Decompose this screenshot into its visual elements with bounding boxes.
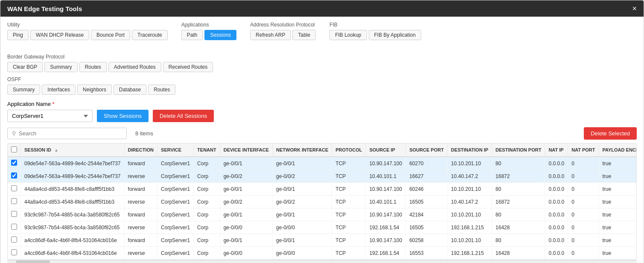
btn-received-routes[interactable]: Received Routes	[163, 62, 213, 72]
btn-fib-lookup[interactable]: FIB Lookup	[329, 30, 367, 40]
btn-ospf-neighbors[interactable]: Neighbors	[77, 85, 112, 95]
sessions-table-wrapper: SESSION ID ▲ DIRECTION SERVICE TENANT DE…	[7, 143, 637, 260]
btn-bgp-summary[interactable]: Summary	[44, 62, 77, 72]
th-session-id[interactable]: SESSION ID ▲	[21, 143, 125, 157]
td-session-id-5: 93c9c987-7b54-4885-bc4a-3a8580f82c65	[21, 221, 125, 234]
td-direction-2: forward	[124, 183, 157, 196]
th-nat-port[interactable]: NAT PORT	[568, 143, 599, 157]
td-service-5: CorpServer1	[157, 221, 194, 234]
scrollbar-thumb[interactable]	[16, 260, 50, 263]
btn-ping[interactable]: Ping	[7, 30, 29, 40]
th-protocol[interactable]: PROTOCOL	[332, 143, 366, 157]
btn-fib-by-application[interactable]: FIB By Application	[369, 30, 421, 40]
td-protocol-7: TCP	[332, 247, 366, 260]
row-checkbox-7[interactable]	[11, 249, 17, 255]
th-payload-encrypted[interactable]: PAYLOAD ENCRYPTED	[599, 143, 637, 157]
td-destination-port-5: 16428	[492, 221, 545, 234]
btn-path[interactable]: Path	[181, 30, 203, 40]
btn-ospf-database[interactable]: Database	[114, 85, 146, 95]
td-nat-port-5: 0	[568, 221, 599, 234]
th-device-interface[interactable]: DEVICE INTERFACE	[220, 143, 272, 157]
row-checkbox-5[interactable]	[11, 224, 17, 230]
search-box: ⚲	[7, 128, 127, 139]
btn-traceroute[interactable]: Traceroute	[132, 30, 168, 40]
horizontal-scrollbar[interactable]	[7, 260, 637, 263]
ospf-section: OSPF Summary Interfaces Neighbors Databa…	[7, 76, 637, 95]
close-button[interactable]: ×	[632, 5, 637, 12]
td-device-interface-4: ge-0/0/1	[220, 208, 272, 221]
td-destination-port-2: 80	[492, 183, 545, 196]
td-session-id-6: a4cc86df-6a4c-4b6f-8fb4-531064cb016e	[21, 234, 125, 247]
td-service-2: CorpServer1	[157, 183, 194, 196]
td-check-7	[8, 247, 21, 260]
btn-ospf-summary[interactable]: Summary	[7, 85, 40, 95]
td-protocol-5: TCP	[332, 221, 366, 234]
td-nat-port-4: 0	[568, 208, 599, 221]
btn-ospf-interfaces[interactable]: Interfaces	[42, 85, 76, 95]
row-checkbox-3[interactable]	[11, 198, 17, 204]
th-service[interactable]: SERVICE	[157, 143, 194, 157]
th-network-interface[interactable]: NETWORK INTERFACE	[273, 143, 332, 157]
th-check	[8, 143, 21, 157]
td-source-ip-0: 10.90.147.100	[366, 157, 406, 170]
btn-ospf-routes[interactable]: Routes	[148, 85, 175, 95]
btn-advertised-routes[interactable]: Advertised Routes	[108, 62, 161, 72]
btn-clear-bgp[interactable]: Clear BGP	[7, 62, 43, 72]
th-tenant[interactable]: TENANT	[194, 143, 220, 157]
app-name-section: Application Name * CorpServer1 CorpServe…	[7, 101, 637, 122]
th-destination-ip[interactable]: DESTINATION IP	[447, 143, 492, 157]
row-checkbox-2[interactable]	[11, 185, 17, 191]
btn-table[interactable]: Table	[292, 30, 316, 40]
td-direction-7: reverse	[124, 247, 157, 260]
td-network-interface-0: ge-0/0/1	[273, 157, 332, 170]
search-input[interactable]	[19, 130, 122, 137]
td-session-id-1: 09de54e7-563a-4989-9e4c-2544e7bef737	[21, 170, 125, 183]
td-direction-6: forward	[124, 234, 157, 247]
td-network-interface-3: ge-0/0/2	[273, 196, 332, 208]
show-sessions-button[interactable]: Show Sessions	[97, 110, 149, 122]
btn-bounce-port[interactable]: Bounce Port	[91, 30, 130, 40]
td-nat-ip-5: 0.0.0.0	[545, 221, 568, 234]
td-nat-ip-0: 0.0.0.0	[545, 157, 568, 170]
select-all-checkbox[interactable]	[11, 146, 17, 152]
td-destination-ip-7: 192.168.1.215	[447, 247, 492, 260]
row-checkbox-0[interactable]	[11, 160, 17, 166]
row-checkbox-1[interactable]	[11, 172, 17, 178]
td-network-interface-6: ge-0/0/1	[273, 234, 332, 247]
td-source-port-2: 60246	[406, 183, 448, 196]
modal-title: WAN Edge Testing Tools	[7, 5, 82, 12]
td-service-4: CorpServer1	[157, 208, 194, 221]
delete-all-sessions-button[interactable]: Delete All Sessions	[153, 110, 214, 122]
th-source-port[interactable]: SOURCE PORT	[406, 143, 448, 157]
delete-selected-button[interactable]: Delete Selected	[584, 127, 637, 140]
td-nat-port-6: 0	[568, 234, 599, 247]
modal-header: WAN Edge Testing Tools ×	[0, 0, 644, 17]
td-protocol-2: TCP	[332, 183, 366, 196]
td-nat-port-2: 0	[568, 183, 599, 196]
row-checkbox-4[interactable]	[11, 211, 17, 217]
btn-refresh-arp[interactable]: Refresh ARP	[250, 30, 291, 40]
btn-wan-dhcp[interactable]: WAN DHCP Release	[30, 30, 89, 40]
btn-bgp-routes[interactable]: Routes	[79, 62, 107, 72]
td-service-7: CorpServer1	[157, 247, 194, 260]
row-checkbox-6[interactable]	[11, 237, 17, 243]
bgp-section: Border Gateway Protocol Clear BGP Summar…	[7, 54, 213, 72]
fib-buttons: FIB Lookup FIB By Application	[329, 30, 421, 40]
td-tenant-4: Corp	[194, 208, 220, 221]
td-session-id-7: a4cc86df-6a4c-4b6f-8fb4-531064cb016e	[21, 247, 125, 260]
th-source-ip[interactable]: SOURCE IP	[366, 143, 406, 157]
td-direction-3: reverse	[124, 196, 157, 208]
td-source-port-5: 16505	[406, 221, 448, 234]
td-device-interface-3: ge-0/0/2	[220, 196, 272, 208]
td-destination-port-6: 80	[492, 234, 545, 247]
table-row: 93c9c987-7b54-4885-bc4a-3a8580f82c65 rev…	[8, 221, 637, 234]
td-source-port-7: 16553	[406, 247, 448, 260]
app-name-select[interactable]: CorpServer1 CorpServer2	[7, 110, 93, 122]
th-nat-ip[interactable]: NAT IP	[545, 143, 568, 157]
th-destination-port[interactable]: DESTINATION PORT	[492, 143, 545, 157]
td-check-0	[8, 157, 21, 170]
btn-sessions[interactable]: Sessions	[204, 30, 236, 40]
th-direction[interactable]: DIRECTION	[124, 143, 157, 157]
td-source-ip-1: 10.40.101.1	[366, 170, 406, 183]
td-device-interface-2: ge-0/0/1	[220, 183, 272, 196]
